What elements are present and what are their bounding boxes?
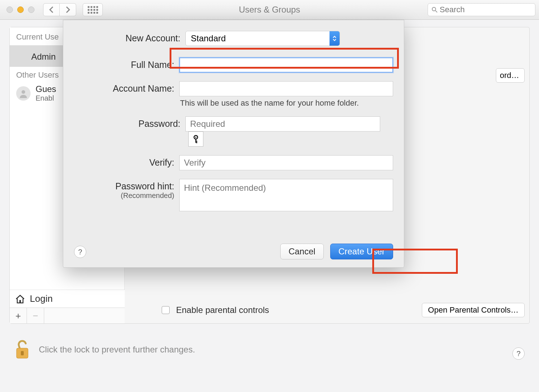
key-icon [192,135,199,143]
cancel-button[interactable]: Cancel [280,244,324,259]
titlebar: Users & Groups [0,0,539,20]
row-account-name: Account Name: This will be used as the n… [74,81,393,108]
enable-parental-controls-checkbox[interactable] [162,306,170,314]
row-password: Password: [74,116,393,147]
hint-input[interactable] [179,179,393,211]
verify-input[interactable] [179,155,393,170]
help-button[interactable]: ? [512,347,525,360]
parental-controls-label: Enable parental controls [176,305,269,315]
guest-name: Gues [36,84,56,94]
new-account-popup[interactable]: Standard [185,31,340,46]
full-name-input[interactable] [179,57,393,73]
row-hint: Password hint: (Recommended) [74,179,393,213]
search-field[interactable] [428,3,535,16]
create-user-button[interactable]: Create User [330,244,393,259]
change-password-button-peek[interactable]: ord… [496,68,525,83]
guest-status: Enabl [36,94,56,102]
chevron-right-icon [65,6,70,13]
remove-user-button: − [27,308,44,324]
zoom-window-button[interactable] [28,6,34,13]
user-add-remove-bar: + − [10,308,125,323]
account-name-label: Account Name: [74,81,179,94]
show-all-preferences-button[interactable] [83,3,103,16]
lock-row: Click the lock to prevent further change… [14,340,195,360]
svg-point-2 [22,90,25,94]
row-full-name: Full Name: [74,57,393,73]
account-name-hint: This will be used as the name for your h… [180,98,393,108]
svg-rect-3 [19,300,21,303]
unlocked-padlock-icon[interactable] [14,340,30,360]
house-icon [15,294,26,304]
lock-text: Click the lock to prevent further change… [39,345,195,355]
password-assistant-button[interactable] [188,132,203,147]
svg-point-7 [195,137,196,138]
new-account-label: New Account: [74,31,185,43]
svg-point-0 [432,7,436,11]
open-parental-controls-button[interactable]: Open Parental Controls… [422,303,525,317]
login-options[interactable]: Login [10,290,125,308]
popup-arrows-icon [330,31,340,46]
row-verify: Verify: [74,155,393,170]
chevron-left-icon [49,6,54,13]
minimize-window-button[interactable] [17,6,24,13]
password-label: Password: [74,116,185,129]
hint-sublabel: (Recommended) [74,192,174,200]
avatar-icon [16,86,31,101]
verify-label: Verify: [74,155,179,168]
account-name-input[interactable] [179,81,393,96]
grid-icon [88,6,98,14]
search-input[interactable] [440,5,531,14]
back-button[interactable] [43,3,60,16]
traffic-lights [6,6,34,13]
parental-controls-row: Enable parental controls Open Parental C… [140,302,525,318]
sheet-help-button[interactable]: ? [74,246,86,258]
new-user-sheet: New Account: Standard Full Name: Account… [63,20,404,268]
sheet-buttons: Cancel Create User [280,244,393,259]
search-icon [432,6,438,13]
full-name-label: Full Name: [74,57,179,70]
hint-label: Password hint: [115,181,174,191]
svg-rect-5 [21,351,24,355]
password-input[interactable] [185,116,380,132]
add-user-button[interactable]: + [10,308,27,324]
forward-button[interactable] [60,3,76,16]
new-account-value: Standard [191,33,226,43]
login-options-label: Login [30,293,53,304]
svg-line-1 [436,10,437,12]
close-window-button[interactable] [6,6,13,13]
row-new-account: New Account: Standard [74,31,393,46]
nav-buttons [43,3,76,16]
